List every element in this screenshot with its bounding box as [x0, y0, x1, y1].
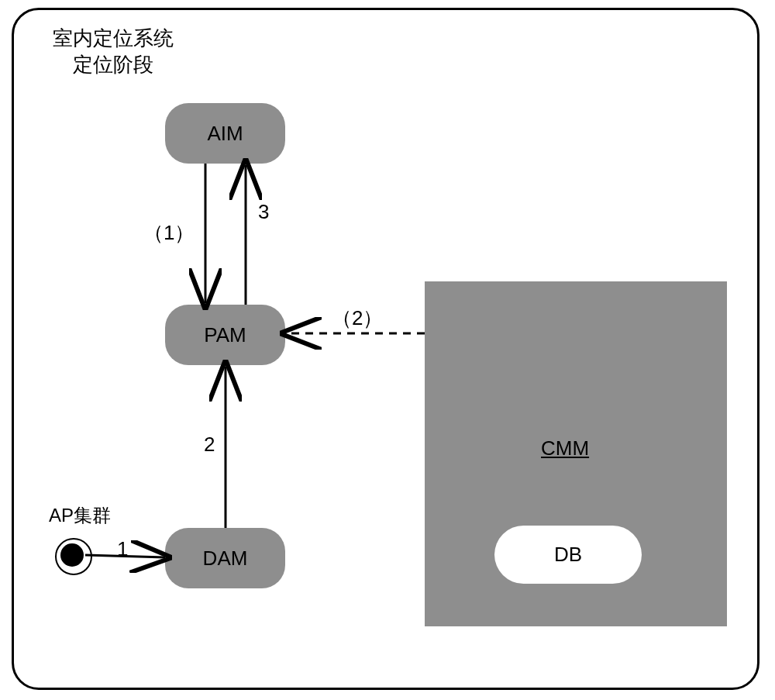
title-line2: 定位阶段	[53, 52, 174, 78]
title-line1: 室内定位系统	[53, 26, 174, 52]
diagram-frame: 室内定位系统 定位阶段 AIM PAM DAM CMM DB AP集群 1 2 …	[12, 8, 760, 690]
pam-label: PAM	[204, 323, 246, 347]
dam-node: DAM	[165, 528, 285, 588]
aim-label: AIM	[207, 122, 243, 146]
dam-label: DAM	[203, 547, 248, 571]
db-node: DB	[494, 526, 642, 584]
edge-label-2: 2	[204, 433, 215, 457]
ap-cluster-icon	[60, 543, 84, 567]
db-label: DB	[554, 543, 582, 567]
edge-label-p2: （2）	[332, 305, 383, 332]
ap-cluster-label: AP集群	[49, 503, 111, 528]
edge-label-p1: （1）	[143, 219, 195, 247]
diagram-title: 室内定位系统 定位阶段	[53, 26, 174, 78]
pam-node: PAM	[165, 305, 285, 365]
cmm-label: CMM	[541, 436, 589, 460]
aim-node: AIM	[165, 103, 285, 164]
edge-label-3: 3	[258, 200, 269, 224]
edge-label-1: 1	[117, 537, 128, 561]
